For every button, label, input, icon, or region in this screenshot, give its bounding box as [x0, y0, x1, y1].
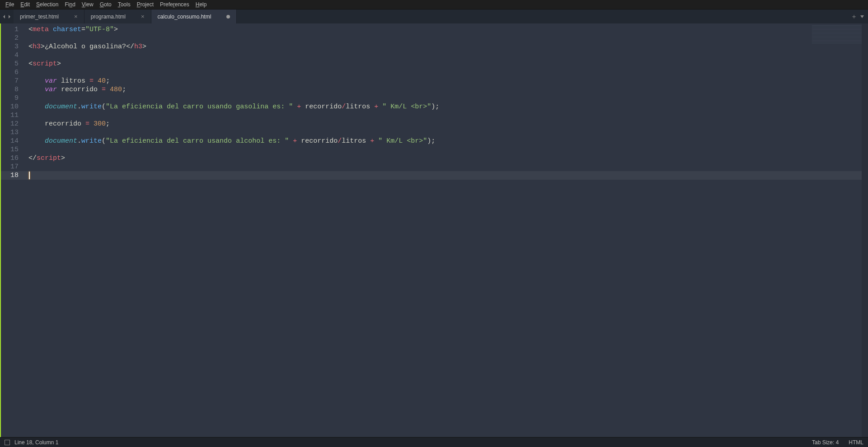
menu-file[interactable]: File [2, 0, 17, 9]
editor[interactable]: 1 2 3 4 5 6 7 8 9 10 11 12 13 14 15 16 1… [0, 23, 868, 437]
tab-primer-test[interactable]: primer_test.html × [14, 9, 84, 23]
panel-toggle-icon[interactable] [5, 440, 10, 445]
menu-tools[interactable]: Tools [115, 0, 134, 9]
menu-goto[interactable]: Goto [97, 0, 115, 9]
code-area[interactable]: <meta charset="UTF-8"> <h3>¿Alcohol o ga… [25, 23, 868, 437]
code-line[interactable]: </script> [25, 154, 868, 163]
line-number[interactable]: 9 [1, 94, 25, 102]
vertical-scrollbar[interactable] [862, 23, 868, 437]
cursor-position[interactable]: Line 18, Column 1 [14, 439, 58, 446]
new-tab-button[interactable]: ＋ [851, 13, 857, 21]
code-line[interactable] [25, 51, 868, 60]
line-number[interactable]: 3 [1, 42, 25, 51]
line-number[interactable]: 4 [1, 51, 25, 60]
line-number[interactable]: 11 [1, 111, 25, 120]
tab-label: programa.html [91, 14, 126, 20]
minimap[interactable] [812, 25, 862, 43]
tab-label: calculo_consumo.html [158, 14, 211, 20]
line-number[interactable]: 16 [1, 154, 25, 163]
close-icon[interactable]: × [141, 13, 145, 20]
menubar[interactable]: File Edit Selection Find View Goto Tools… [0, 0, 868, 9]
statusbar: Line 18, Column 1 Tab Size: 4 HTML [0, 437, 868, 447]
tab-label: primer_test.html [20, 14, 59, 20]
line-number[interactable]: 14 [1, 137, 25, 145]
code-line[interactable]: <script> [25, 60, 868, 68]
line-number[interactable]: 13 [1, 128, 25, 137]
line-number[interactable]: 8 [1, 85, 25, 94]
code-line[interactable]: <meta charset="UTF-8"> [25, 25, 868, 34]
dirty-dot-icon[interactable] [226, 15, 230, 19]
tab-calculo-consumo[interactable]: calculo_consumo.html [151, 9, 237, 23]
code-line[interactable] [25, 171, 868, 180]
menu-preferences[interactable]: Preferences [157, 0, 192, 9]
menu-edit[interactable]: Edit [17, 0, 33, 9]
menu-view[interactable]: View [79, 0, 97, 9]
code-line[interactable]: recorrido = 300; [25, 120, 868, 128]
line-number[interactable]: 10 [1, 102, 25, 111]
line-number[interactable]: 17 [1, 163, 25, 171]
tab-history-forward[interactable] [7, 13, 12, 21]
close-icon[interactable]: × [74, 13, 78, 20]
line-number[interactable]: 6 [1, 68, 25, 77]
menu-project[interactable]: Project [134, 0, 157, 9]
code-line[interactable]: document.write("La eficiencia del carro … [25, 102, 868, 111]
code-line[interactable] [25, 111, 868, 120]
code-line[interactable]: var recorrido = 480; [25, 85, 868, 94]
menu-find[interactable]: Find [61, 0, 78, 9]
menu-selection[interactable]: Selection [33, 0, 61, 9]
code-line[interactable] [25, 128, 868, 137]
code-line[interactable] [25, 68, 868, 77]
tab-size-indicator[interactable]: Tab Size: 4 [812, 439, 839, 446]
code-line[interactable]: var litros = 40; [25, 77, 868, 85]
code-line[interactable]: <h3>¿Alcohol o gasolina?</h3> [25, 42, 868, 51]
line-number[interactable]: 15 [1, 145, 25, 154]
line-number[interactable]: 1 [1, 25, 25, 34]
code-line[interactable]: document.write("La eficiencia del carro … [25, 137, 868, 145]
code-line[interactable] [25, 34, 868, 42]
line-number[interactable]: 18 [1, 171, 25, 180]
line-number-gutter[interactable]: 1 2 3 4 5 6 7 8 9 10 11 12 13 14 15 16 1… [0, 23, 25, 437]
code-line[interactable] [25, 94, 868, 102]
text-caret [29, 172, 30, 179]
tab-programa[interactable]: programa.html × [84, 9, 151, 23]
code-line[interactable] [25, 145, 868, 154]
tab-nav [0, 9, 14, 23]
syntax-indicator[interactable]: HTML [849, 439, 863, 446]
line-number[interactable]: 7 [1, 77, 25, 85]
tabbar: primer_test.html × programa.html × calcu… [0, 9, 868, 23]
line-number[interactable]: 12 [1, 120, 25, 128]
line-number[interactable]: 2 [1, 34, 25, 42]
line-number[interactable]: 5 [1, 60, 25, 68]
tabbar-menu-icon[interactable] [860, 13, 864, 21]
menu-help[interactable]: Help [192, 0, 210, 9]
tab-history-back[interactable] [2, 13, 6, 21]
code-line[interactable] [25, 163, 868, 171]
